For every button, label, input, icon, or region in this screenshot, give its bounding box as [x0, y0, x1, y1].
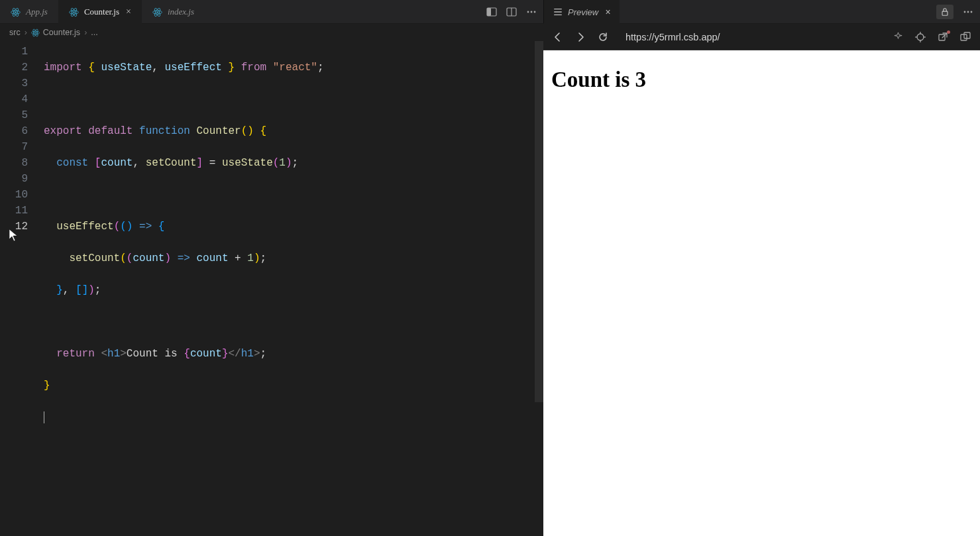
editor-tab-group: App.js Counter.js × index.js — [0, 0, 543, 23]
nav-back-icon[interactable] — [553, 32, 563, 42]
scrollbar-vertical[interactable] — [535, 41, 543, 402]
close-icon[interactable]: × — [605, 7, 610, 17]
svg-point-16 — [527, 11, 529, 13]
code-editor[interactable]: 123 456 789 101112 import { useState, us… — [0, 41, 543, 536]
toggle-panel-icon[interactable] — [486, 7, 497, 17]
text-cursor — [44, 411, 44, 423]
tab-app-js[interactable]: App.js — [0, 0, 58, 24]
tab-label: App.js — [26, 7, 48, 17]
svg-rect-32 — [939, 34, 945, 40]
tab-index-js[interactable]: index.js — [142, 0, 205, 24]
svg-point-26 — [34, 32, 36, 33]
readonly-lock-icon[interactable] — [936, 5, 953, 19]
editor-pane: src › Counter.js › ... 123 456 789 10111… — [0, 24, 543, 536]
crumb-folder[interactable]: src — [9, 28, 21, 37]
tab-label: Counter.js — [84, 7, 119, 17]
svg-point-7 — [73, 11, 75, 13]
sparkle-icon[interactable] — [893, 32, 903, 42]
preview-icon — [553, 7, 563, 17]
react-icon — [11, 7, 21, 17]
editor-tab-actions — [486, 0, 543, 23]
main-split: src › Counter.js › ... 123 456 789 10111… — [0, 24, 980, 536]
open-external-icon[interactable] — [938, 32, 948, 42]
preview-tab-group: Preview × — [543, 0, 980, 23]
svg-rect-13 — [487, 8, 491, 16]
close-icon[interactable]: × — [126, 7, 131, 17]
tab-label: index.js — [168, 7, 194, 17]
tab-counter-js[interactable]: Counter.js × — [58, 0, 142, 24]
crumb-tail[interactable]: ... — [91, 28, 97, 37]
svg-point-3 — [15, 11, 17, 13]
tab-bar: App.js Counter.js × index.js — [0, 0, 980, 24]
svg-point-11 — [156, 11, 158, 13]
svg-point-18 — [534, 11, 536, 13]
preview-toolbar: https://y5rmrl.csb.app/ — [543, 24, 980, 50]
preview-pane: https://y5rmrl.csb.app/ Count is 3 — [543, 24, 980, 536]
line-gutter: 123 456 789 101112 — [0, 41, 40, 536]
code-content[interactable]: import { useState, useEffect } from "rea… — [40, 41, 543, 536]
svg-point-17 — [531, 11, 533, 13]
chevron-right-icon: › — [25, 28, 27, 37]
crumb-file[interactable]: Counter.js — [31, 28, 80, 37]
svg-point-27 — [917, 34, 924, 40]
multi-window-icon[interactable] — [960, 32, 971, 42]
svg-point-20 — [964, 11, 966, 13]
nav-forward-icon[interactable] — [575, 32, 586, 42]
react-icon — [152, 7, 162, 17]
tab-label: Preview — [568, 7, 598, 17]
svg-point-22 — [971, 11, 973, 13]
inspect-icon[interactable] — [915, 32, 926, 42]
reload-icon[interactable] — [598, 32, 608, 42]
preview-tab-actions — [936, 0, 980, 23]
svg-point-21 — [967, 11, 969, 13]
more-icon[interactable] — [526, 7, 537, 17]
svg-rect-19 — [942, 11, 948, 15]
address-bar[interactable]: https://y5rmrl.csb.app/ — [620, 32, 881, 42]
preview-viewport[interactable]: Count is 3 — [543, 50, 980, 536]
more-icon[interactable] — [963, 7, 973, 17]
tab-preview[interactable]: Preview × — [544, 0, 620, 24]
react-icon — [69, 7, 79, 17]
breadcrumb[interactable]: src › Counter.js › ... — [0, 24, 543, 41]
preview-heading: Count is 3 — [543, 50, 980, 92]
split-editor-icon[interactable] — [506, 7, 517, 17]
chevron-right-icon: › — [84, 28, 87, 37]
